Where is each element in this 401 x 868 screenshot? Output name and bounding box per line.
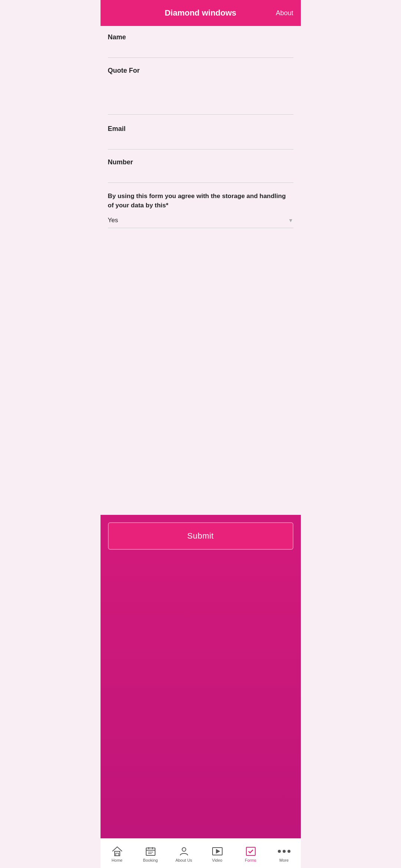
consent-dropdown[interactable]: Yes ▼ xyxy=(108,217,293,228)
about-button[interactable]: About xyxy=(271,9,293,17)
number-label: Number xyxy=(108,158,293,166)
email-label: Email xyxy=(108,125,293,133)
quote-input[interactable] xyxy=(108,78,293,115)
more-dots-icon xyxy=(278,846,290,857)
consent-text: By using this form you agree with the st… xyxy=(108,192,293,210)
number-field-group: Number xyxy=(108,158,293,192)
number-input[interactable] xyxy=(108,169,293,183)
svg-rect-0 xyxy=(115,851,120,856)
nav-item-video[interactable]: Video xyxy=(201,839,234,868)
quote-field-group: Quote For xyxy=(108,67,293,125)
dot-3 xyxy=(287,850,290,853)
form-section: Name Quote For Email Number By using thi… xyxy=(101,26,301,515)
app-title: Diamond windows xyxy=(130,8,271,18)
nav-label-home: Home xyxy=(112,858,122,862)
nav-label-forms: Forms xyxy=(245,858,256,862)
name-label: Name xyxy=(108,33,293,41)
booking-icon xyxy=(145,846,156,857)
name-input[interactable] xyxy=(108,44,293,58)
forms-icon xyxy=(245,846,256,857)
nav-label-about-us: About Us xyxy=(175,858,192,862)
email-field-group: Email xyxy=(108,125,293,158)
name-field-group: Name xyxy=(108,33,293,67)
svg-rect-1 xyxy=(116,853,119,856)
app-header: Diamond windows About xyxy=(101,0,301,26)
chevron-down-icon: ▼ xyxy=(288,217,293,223)
svg-point-8 xyxy=(182,848,186,851)
nav-label-booking: Booking xyxy=(143,858,158,862)
video-icon xyxy=(212,846,223,857)
about-us-icon xyxy=(178,846,190,857)
quote-label: Quote For xyxy=(108,67,293,75)
nav-label-video: Video xyxy=(212,858,223,862)
bottom-nav: Home Booking About Us Video xyxy=(101,838,301,868)
dot-2 xyxy=(283,850,286,853)
consent-value: Yes xyxy=(108,217,118,224)
nav-item-about-us[interactable]: About Us xyxy=(167,839,201,868)
dot-1 xyxy=(278,850,281,853)
submit-background xyxy=(101,561,301,838)
nav-item-more[interactable]: More xyxy=(267,839,301,868)
svg-rect-2 xyxy=(146,848,155,855)
submit-section: Submit xyxy=(101,515,301,561)
home-icon xyxy=(112,846,123,857)
submit-button[interactable]: Submit xyxy=(108,522,293,550)
nav-item-booking[interactable]: Booking xyxy=(134,839,167,868)
nav-item-home[interactable]: Home xyxy=(101,839,134,868)
svg-marker-10 xyxy=(216,849,220,853)
nav-item-forms[interactable]: Forms xyxy=(234,839,267,868)
svg-rect-11 xyxy=(246,847,255,855)
nav-label-more: More xyxy=(279,858,289,862)
email-input[interactable] xyxy=(108,136,293,149)
